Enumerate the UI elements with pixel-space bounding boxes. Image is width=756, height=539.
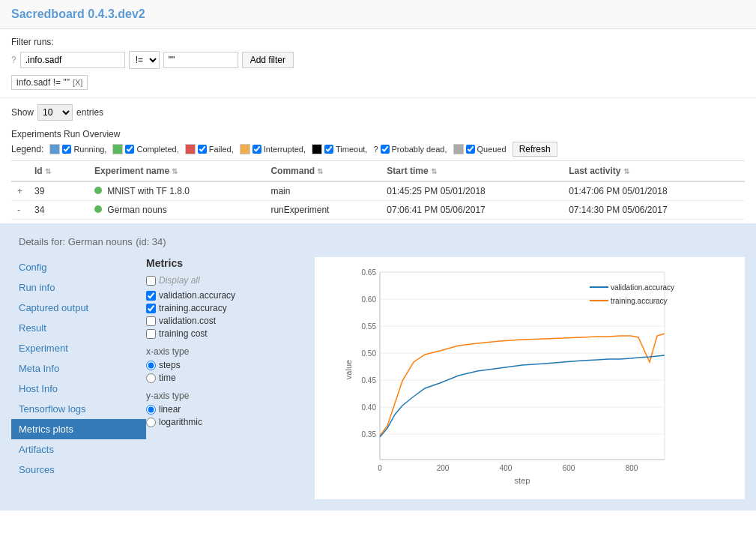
nav-run-info[interactable]: Run info [11,277,146,298]
details-content: Metrics Display all validation.accuracy … [146,257,745,499]
yaxis-log-label: logarithmic [159,417,202,427]
xaxis-section: x-axis type steps time [146,346,303,383]
filter-field-input[interactable] [20,52,125,68]
col-name-header[interactable]: Experiment name ⇅ [88,161,264,182]
row-id-34: 34 [28,201,88,220]
nav-sources[interactable]: Sources [11,460,146,480]
command-sort-icon: ⇅ [317,167,323,175]
metrics-panel: Metrics Display all validation.accuracy … [146,257,303,499]
validation-accuracy-checkbox[interactable] [146,291,156,301]
xaxis-time-radio[interactable] [146,373,156,383]
xaxis-steps-radio[interactable] [146,361,156,370]
svg-text:0.50: 0.50 [362,349,377,358]
left-nav: Config Run info Captured output Result E… [11,257,146,499]
failed-checkbox[interactable] [198,145,207,154]
probably-dead-checkbox[interactable] [381,145,390,154]
validation-cost-checkbox[interactable] [146,316,156,326]
table-row: + 39 MNIST with TF 1.8.0 main 01:45:25 P… [11,181,745,201]
table-header-row: Id ⇅ Experiment name ⇅ Command ⇅ Start t… [11,161,745,182]
legend-completed: Completed, [112,144,178,154]
running-checkbox[interactable] [62,145,71,154]
svg-text:0.55: 0.55 [362,322,377,331]
probably-dead-label: Probably dead, [392,145,447,154]
svg-text:validation.accuracy: validation.accuracy [611,283,674,292]
col-id-header[interactable]: Id ⇅ [28,161,88,182]
chart-area: 0.65 0.60 0.55 0.50 0.45 0.40 0.35 value… [315,257,745,499]
legend-label: Legend: [11,144,43,154]
yaxis-log-radio[interactable] [146,418,156,427]
failed-label: Failed, [209,145,234,154]
start-sort-icon: ⇅ [431,167,437,175]
filter-remove-button[interactable]: [X] [73,78,82,87]
interrupted-checkbox[interactable] [252,145,261,154]
row-expand-34[interactable]: - [11,201,28,220]
validation-accuracy-label: validation.accuracy [159,290,235,301]
col-activity-header[interactable]: Last activity ⇅ [563,161,745,182]
nav-metrics-plots[interactable]: Metrics plots [11,419,146,439]
legend-interrupted: Interrupted, [240,144,306,154]
nav-host-info[interactable]: Host Info [11,379,146,399]
svg-text:value: value [344,360,353,379]
col-command-header[interactable]: Command ⇅ [264,161,381,182]
nav-result[interactable]: Result [11,318,146,338]
filter-operator-select[interactable]: != = < > [129,51,160,69]
nav-captured-output[interactable]: Captured output [11,298,146,318]
queued-label: Queued [477,145,506,154]
row-command-39: main [264,181,381,201]
xaxis-time: time [146,373,303,383]
svg-text:200: 200 [437,464,450,472]
details-section: Details for: German nouns (id: 34) Confi… [0,223,756,511]
runs-table: Id ⇅ Experiment name ⇅ Command ⇅ Start t… [11,160,745,220]
svg-text:0.35: 0.35 [362,430,377,439]
xaxis-time-label: time [159,373,176,383]
details-title: Details for: German nouns (id: 34) [11,235,745,248]
name-sort-icon: ⇅ [172,167,178,175]
filter-value-input[interactable] [163,52,238,68]
row-expand-39[interactable]: + [11,181,28,201]
yaxis-linear-radio[interactable] [146,405,156,415]
interrupted-color-box [240,144,250,154]
svg-text:0.40: 0.40 [362,403,377,412]
refresh-button[interactable]: Refresh [512,142,557,157]
running-label: Running, [73,145,106,154]
status-dot-34 [94,205,102,213]
completed-checkbox[interactable] [125,145,134,154]
entries-select[interactable]: 10 25 50 100 [37,104,73,121]
metric-training-accuracy: training.accuracy [146,303,303,313]
filter-tag-text: info.sadf != "" [16,77,70,88]
completed-label: Completed, [136,145,178,154]
experiments-overview-title: Experiments Run Overview [11,129,745,139]
training-cost-checkbox[interactable] [146,329,156,339]
col-start-header[interactable]: Start time ⇅ [381,161,563,182]
yaxis-label: y-axis type [146,391,303,401]
nav-tensorflow-logs[interactable]: Tensorflow logs [11,399,146,419]
activity-sort-icon: ⇅ [623,167,629,175]
display-all-checkbox[interactable] [146,276,156,286]
nav-config[interactable]: Config [11,257,146,277]
row-start-39: 01:45:25 PM 05/01/2018 [381,181,563,201]
details-body: Config Run info Captured output Result E… [11,257,745,499]
metrics-chart: 0.65 0.60 0.55 0.50 0.45 0.40 0.35 value… [322,265,737,490]
filter-label: Filter runs: [11,37,745,47]
failed-color-box [185,144,196,154]
metric-validation-accuracy: validation.accuracy [146,290,303,301]
nav-experiment[interactable]: Experiment [11,338,146,358]
queued-checkbox[interactable] [466,145,475,154]
timeout-color-box [312,144,322,154]
entries-label: entries [76,107,103,118]
training-accuracy-checkbox[interactable] [146,304,156,313]
col-expand-header [11,161,28,182]
nav-meta-info[interactable]: Meta Info [11,358,146,379]
legend-probably-dead: ? Probably dead, [373,145,447,154]
row-name-39[interactable]: MNIST with TF 1.8.0 [88,181,264,201]
svg-text:step: step [515,476,530,485]
timeout-checkbox[interactable] [324,145,333,154]
legend-row: Legend: Running, Completed, Failed, Inte… [11,142,745,157]
app-title: Sacredboard 0.4.3.dev2 [11,7,145,20]
yaxis-linear-label: linear [159,404,181,415]
row-name-34[interactable]: German nouns [88,201,264,220]
row-activity-34: 07:14:30 PM 05/06/2017 [563,201,745,220]
nav-artifacts[interactable]: Artifacts [11,439,146,460]
timeout-label: Timeout, [336,145,367,154]
add-filter-button[interactable]: Add filter [242,52,294,68]
